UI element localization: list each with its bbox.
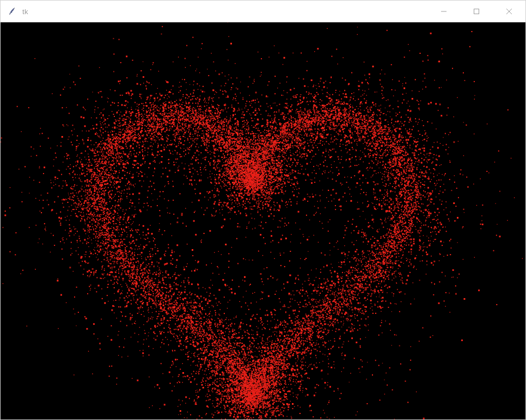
close-button[interactable]	[493, 1, 525, 22]
window-controls	[427, 1, 525, 22]
maximize-button[interactable]	[460, 1, 493, 22]
app-window: tk	[0, 0, 526, 420]
minimize-button[interactable]	[427, 1, 460, 22]
titlebar: tk	[1, 1, 525, 22]
canvas-area	[1, 22, 525, 419]
feather-icon	[7, 7, 17, 16]
minimize-icon	[441, 8, 447, 15]
window-title: tk	[22, 8, 28, 16]
maximize-icon	[473, 8, 480, 15]
svg-rect-1	[474, 9, 479, 14]
heart-canvas	[1, 22, 525, 419]
close-icon	[506, 8, 512, 15]
